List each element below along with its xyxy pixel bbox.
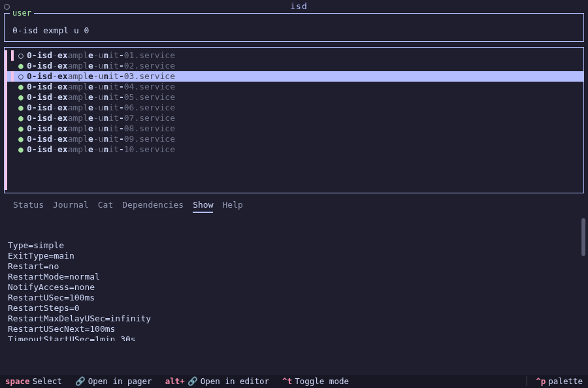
unit-name: 0-isd-example-unit-07.service bbox=[27, 113, 175, 123]
unit-row[interactable]: ●0-isd-example-unit-09.service bbox=[5, 134, 583, 144]
footer-label: Open in pager bbox=[88, 376, 152, 387]
active-dot-icon: ● bbox=[18, 103, 24, 113]
active-dot-icon: ● bbox=[18, 144, 24, 155]
footer-label: Select bbox=[33, 376, 62, 387]
list-gutter bbox=[5, 50, 7, 190]
unit-mark-icon bbox=[11, 103, 14, 113]
footer-label: palette bbox=[548, 376, 583, 387]
unit-name: 0-isd-example-unit-02.service bbox=[27, 61, 175, 71]
window-title: isd bbox=[14, 1, 584, 12]
search-panel-label: user bbox=[10, 8, 34, 18]
tab-cat[interactable]: Cat bbox=[98, 200, 113, 213]
window-control-icon[interactable] bbox=[4, 4, 10, 10]
titlebar: isd bbox=[0, 0, 588, 13]
unit-name: 0-isd-example-unit-05.service bbox=[27, 92, 175, 103]
unit-name: 0-isd-example-unit-06.service bbox=[27, 103, 175, 113]
unit-row[interactable]: ●0-isd-example-unit-05.service bbox=[5, 92, 583, 103]
footer-key: ^t bbox=[282, 376, 292, 387]
footer-hint[interactable]: ^tToggle mode bbox=[282, 376, 349, 387]
active-dot-icon: ● bbox=[18, 92, 24, 103]
inactive-dot-icon: ○ bbox=[18, 50, 24, 61]
unit-mark-icon bbox=[11, 144, 14, 155]
tab-bar: StatusJournalCatDependenciesShowHelp bbox=[0, 193, 588, 216]
active-dot-icon: ● bbox=[18, 123, 24, 134]
unit-mark-icon bbox=[11, 50, 14, 61]
tab-dependencies[interactable]: Dependencies bbox=[122, 200, 184, 213]
active-dot-icon: ● bbox=[18, 134, 24, 144]
footer-key: alt+ bbox=[165, 376, 185, 387]
unit-list[interactable]: ○0-isd-example-unit-01.service●0-isd-exa… bbox=[5, 50, 583, 155]
unit-row[interactable]: ○0-isd-example-unit-03.service bbox=[5, 71, 583, 82]
unit-mark-icon bbox=[11, 123, 14, 134]
unit-row[interactable]: ●0-isd-example-unit-08.service bbox=[5, 123, 583, 134]
footer-label: Open in editor bbox=[201, 376, 269, 387]
unit-row[interactable]: ●0-isd-example-unit-02.service bbox=[5, 61, 583, 71]
footer-label: Toggle mode bbox=[295, 376, 349, 387]
footer-bar: spaceSelect 🔗Open in pager alt+🔗Open in … bbox=[0, 375, 588, 388]
output-pane[interactable]: Type=simple ExitType=main Restart=no Res… bbox=[0, 216, 588, 341]
footer-hint[interactable]: 🔗Open in pager bbox=[75, 376, 152, 387]
unit-row[interactable]: ●0-isd-example-unit-04.service bbox=[5, 82, 583, 92]
output-text: Type=simple ExitType=main Restart=no Res… bbox=[8, 240, 580, 341]
tab-show[interactable]: Show bbox=[193, 200, 213, 213]
tab-journal[interactable]: Journal bbox=[53, 200, 89, 213]
link-icon: 🔗 bbox=[188, 376, 198, 387]
unit-name: 0-isd-example-unit-08.service bbox=[27, 123, 175, 134]
search-input[interactable] bbox=[10, 24, 578, 37]
unit-name: 0-isd-example-unit-03.service bbox=[27, 71, 175, 82]
unit-name: 0-isd-example-unit-01.service bbox=[27, 50, 175, 61]
unit-mark-icon bbox=[11, 61, 14, 71]
scrollbar-thumb[interactable] bbox=[581, 218, 585, 256]
footer-hint[interactable]: spaceSelect bbox=[5, 376, 62, 387]
active-dot-icon: ● bbox=[18, 113, 24, 123]
unit-mark-icon bbox=[11, 71, 14, 82]
inactive-dot-icon: ○ bbox=[18, 71, 24, 82]
link-icon: 🔗 bbox=[75, 376, 86, 387]
unit-row[interactable]: ●0-isd-example-unit-06.service bbox=[5, 103, 583, 113]
search-panel: user bbox=[4, 13, 584, 42]
footer-hint[interactable]: alt+🔗Open in editor bbox=[165, 376, 269, 387]
unit-list-panel: ○0-isd-example-unit-01.service●0-isd-exa… bbox=[4, 47, 584, 193]
footer-key: space bbox=[5, 376, 30, 387]
active-dot-icon: ● bbox=[18, 82, 24, 92]
unit-mark-icon bbox=[11, 134, 14, 144]
unit-row[interactable]: ●0-isd-example-unit-10.service bbox=[5, 144, 583, 155]
unit-mark-icon bbox=[11, 92, 14, 103]
footer-separator: │ bbox=[525, 376, 530, 387]
unit-mark-icon bbox=[11, 82, 14, 92]
unit-name: 0-isd-example-unit-09.service bbox=[27, 134, 175, 144]
unit-name: 0-isd-example-unit-10.service bbox=[27, 144, 175, 155]
unit-row[interactable]: ○0-isd-example-unit-01.service bbox=[5, 50, 583, 61]
footer-key: ^p bbox=[536, 376, 546, 387]
tab-status[interactable]: Status bbox=[13, 200, 44, 213]
unit-mark-icon bbox=[11, 113, 14, 123]
active-dot-icon: ● bbox=[18, 61, 24, 71]
unit-name: 0-isd-example-unit-04.service bbox=[27, 82, 175, 92]
tab-help[interactable]: Help bbox=[222, 200, 242, 213]
footer-hint-palette[interactable]: ^ppalette bbox=[536, 376, 583, 387]
unit-row[interactable]: ●0-isd-example-unit-07.service bbox=[5, 113, 583, 123]
